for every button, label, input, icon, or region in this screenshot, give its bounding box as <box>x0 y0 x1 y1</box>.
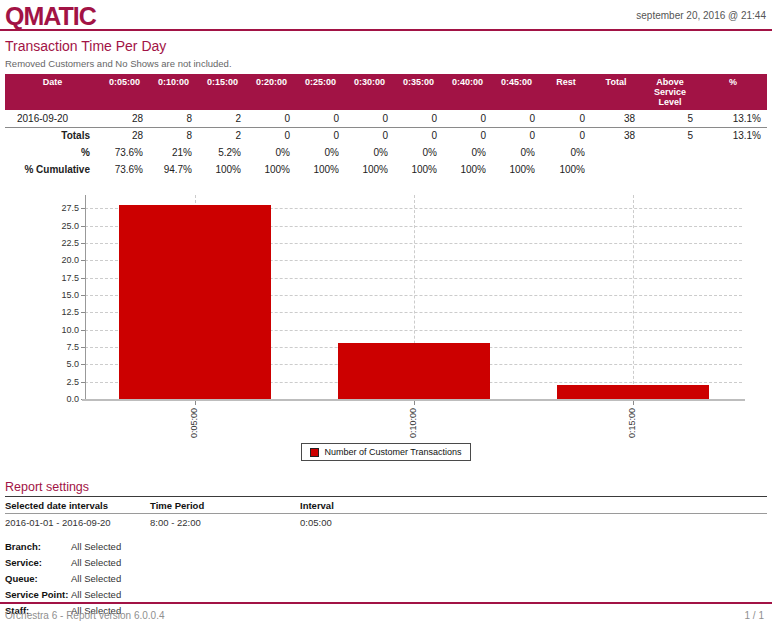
column-header: Date <box>5 74 100 110</box>
transaction-table: Date0:05:000:10:000:15:000:20:000:25:000… <box>5 74 767 178</box>
value-cell: 21% <box>149 144 198 161</box>
column-header: 0:35:00 <box>394 74 443 110</box>
report-title: Transaction Time Per Day <box>0 31 772 56</box>
value-cell: 2 <box>198 127 247 144</box>
filter-label: Service: <box>5 557 71 568</box>
column-header: 0:10:00 <box>149 74 198 110</box>
value-cell: 73.6% <box>100 161 149 178</box>
report-settings-section: Report settings Selected date intervalsT… <box>0 480 772 618</box>
x-axis-label: 0:05:00 <box>189 408 199 438</box>
value-cell: 8 <box>149 127 198 144</box>
filter-label: Branch: <box>5 541 71 552</box>
row-label-cell: 2016-09-20 <box>5 110 100 127</box>
column-header: 0:45:00 <box>492 74 541 110</box>
value-cell: 0 <box>247 110 296 127</box>
value-cell: 100% <box>198 161 247 178</box>
value-cell <box>699 161 767 178</box>
page-footer: Orchestra 6 - Report version 6.0.0.4 1 /… <box>0 610 772 621</box>
column-header: 0:05:00 <box>100 74 149 110</box>
settings-column-value: 0:05:00 <box>300 514 767 532</box>
value-cell <box>641 144 699 161</box>
y-axis-label: 7.5 <box>45 342 79 352</box>
filter-row: Service:All Selected <box>5 554 405 570</box>
settings-values: 2016-01-01 - 2016-09-208:00 - 22:000:05:… <box>5 514 767 532</box>
column-header: 0:25:00 <box>296 74 345 110</box>
value-cell: 5 <box>641 127 699 144</box>
value-cell: 0 <box>345 110 394 127</box>
report-page: QMATIC september 20, 2016 @ 21:44 Transa… <box>0 0 772 634</box>
row-label-cell: % <box>5 144 100 161</box>
x-axis-label: 0:10:00 <box>408 408 418 438</box>
value-cell <box>591 144 641 161</box>
y-axis-label: 22.5 <box>45 238 79 248</box>
value-cell: 13.1% <box>699 110 767 127</box>
filter-value: All Selected <box>71 573 405 584</box>
y-axis-label: 20.0 <box>45 255 79 265</box>
value-cell: 0 <box>345 127 394 144</box>
value-cell: 100% <box>247 161 296 178</box>
y-axis-label: 25.0 <box>45 221 79 231</box>
value-cell: 0% <box>247 144 296 161</box>
x-gridline <box>633 195 634 399</box>
value-cell: 28 <box>100 127 149 144</box>
settings-column-header: Time Period <box>150 497 300 513</box>
value-cell: 28 <box>100 110 149 127</box>
settings-title: Report settings <box>5 480 772 494</box>
y-axis-label: 15.0 <box>45 290 79 300</box>
bar <box>338 343 490 399</box>
y-axis-label: 12.5 <box>45 307 79 317</box>
column-header: 0:20:00 <box>247 74 296 110</box>
value-cell: 5 <box>641 110 699 127</box>
value-cell: 100% <box>296 161 345 178</box>
value-cell: 94.7% <box>149 161 198 178</box>
table-row: Totals2882000000038513.1% <box>5 127 767 144</box>
page-number: 1 / 1 <box>745 610 764 621</box>
value-cell: 0 <box>394 110 443 127</box>
value-cell: 2 <box>198 110 247 127</box>
value-cell: 0% <box>296 144 345 161</box>
filter-value: All Selected <box>71 541 405 552</box>
value-cell: 38 <box>591 110 641 127</box>
y-axis-label: 10.0 <box>45 325 79 335</box>
settings-column-value: 8:00 - 22:00 <box>150 514 300 532</box>
row-label-cell: % Cumulative <box>5 161 100 178</box>
bar <box>557 385 709 399</box>
value-cell: 0 <box>443 110 492 127</box>
settings-column-header: Selected date intervals <box>5 497 150 513</box>
transaction-chart: Number of Customer Transactions 0.02.55.… <box>0 185 772 472</box>
row-label-cell: Totals <box>5 127 100 144</box>
value-cell: 0 <box>492 110 541 127</box>
x-axis-label: 0:15:00 <box>627 408 637 438</box>
legend-label: Number of Customer Transactions <box>324 447 461 457</box>
value-cell: 100% <box>443 161 492 178</box>
value-cell: 0% <box>394 144 443 161</box>
table-row: 2016-09-202882000000038513.1% <box>5 110 767 127</box>
value-cell <box>699 144 767 161</box>
column-header: 0:30:00 <box>345 74 394 110</box>
filter-row: Queue:All Selected <box>5 570 405 586</box>
column-header: Rest <box>541 74 591 110</box>
value-cell <box>591 161 641 178</box>
column-header: 0:15:00 <box>198 74 247 110</box>
qmatic-logo: QMATIC <box>5 4 96 28</box>
y-axis-label: 27.5 <box>45 203 79 213</box>
value-cell: 0 <box>296 127 345 144</box>
y-axis-label: 17.5 <box>45 273 79 283</box>
value-cell: 73.6% <box>100 144 149 161</box>
settings-column-header: Interval <box>300 497 767 513</box>
value-cell: 0 <box>296 110 345 127</box>
app-version: Orchestra 6 - Report version 6.0.0.4 <box>5 610 165 621</box>
value-cell: 0% <box>492 144 541 161</box>
value-cell: 0% <box>443 144 492 161</box>
value-cell <box>641 161 699 178</box>
value-cell: 0 <box>394 127 443 144</box>
filter-row: Service Point:All Selected <box>5 586 405 602</box>
value-cell: 100% <box>394 161 443 178</box>
filter-label: Service Point: <box>5 589 71 600</box>
table-row: % Cumulative73.6%94.7%100%100%100%100%10… <box>5 161 767 178</box>
column-header: Above Service Level <box>641 74 699 110</box>
y-axis-line <box>85 195 86 399</box>
y-axis-label: 0.0 <box>45 394 79 404</box>
value-cell: 0 <box>541 127 591 144</box>
settings-column-value: 2016-01-01 - 2016-09-20 <box>5 514 150 532</box>
